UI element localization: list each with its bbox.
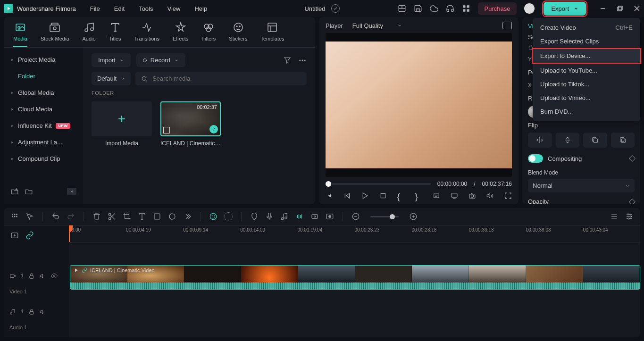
tab-stickers[interactable]: Stickers <box>229 22 247 47</box>
split-icon[interactable] <box>108 212 116 221</box>
tab-stock-media[interactable]: Stock Media <box>41 22 69 47</box>
folder-add-icon[interactable] <box>10 187 19 196</box>
sidebar-influence-kit[interactable]: Influence KitNEW <box>4 117 83 134</box>
link-icon[interactable] <box>25 231 34 240</box>
flip-vertical-button[interactable] <box>556 133 580 148</box>
tab-transitions[interactable]: Transitions <box>134 22 159 47</box>
tab-templates[interactable]: Templates <box>260 22 284 47</box>
keyframe-icon[interactable] <box>310 212 319 221</box>
flip-horizontal-button[interactable] <box>528 133 552 148</box>
audio-mix-icon[interactable] <box>280 212 289 221</box>
import-media-card[interactable]: + Import Media <box>92 101 152 147</box>
keyframe-diamond-icon[interactable] <box>629 155 636 162</box>
tab-effects[interactable]: Effects <box>173 22 188 47</box>
lock-icon[interactable] <box>28 273 35 279</box>
mute-icon[interactable] <box>40 273 46 279</box>
menu-help[interactable]: Help <box>194 5 207 12</box>
export-menu-vimeo[interactable]: Upload to Vimeo... <box>533 91 640 105</box>
video-viewport[interactable] <box>326 33 512 177</box>
sidebar-cloud-media[interactable]: Cloud Media <box>4 101 83 117</box>
export-menu-burn-dvd[interactable]: Burn DVD... <box>533 105 640 118</box>
snapshot-icon[interactable] <box>502 22 512 29</box>
sidebar-global-media[interactable]: Global Media <box>4 84 83 101</box>
media-clip-card[interactable]: 00:02:37 ✓ ICELAND | Cinematic ... <box>160 101 221 147</box>
play-icon[interactable] <box>361 192 369 200</box>
purchase-button[interactable]: Purchase <box>478 2 517 15</box>
filter-icon[interactable] <box>283 56 292 65</box>
crop-ratio-icon[interactable] <box>433 192 440 200</box>
zoom-slider[interactable] <box>370 216 399 217</box>
sidebar-folder[interactable]: Folder <box>4 68 83 84</box>
cloud-icon[interactable] <box>430 4 438 13</box>
undo-icon[interactable] <box>51 212 60 221</box>
sort-default-dropdown[interactable]: Default <box>92 72 131 85</box>
record-button[interactable]: Record <box>136 53 185 67</box>
volume-icon[interactable] <box>486 192 494 200</box>
ai-icon[interactable] <box>209 212 217 221</box>
export-menu-create-video[interactable]: Create VideoCtrl+E <box>533 21 640 34</box>
dotted-circle-icon[interactable] <box>224 212 233 221</box>
tab-media[interactable]: Media <box>13 22 27 47</box>
timeline-ruler[interactable]: 00:00 00:00:04:19 00:00:09:14 00:00:14:0… <box>69 225 640 242</box>
sidebar-compound-clip[interactable]: Compound Clip <box>4 150 83 167</box>
menu-view[interactable]: View <box>167 5 180 12</box>
settings-icon[interactable] <box>625 212 634 221</box>
export-menu-tiktok[interactable]: Upload to Tiktok... <box>533 77 640 91</box>
paste-button[interactable] <box>611 133 635 148</box>
tab-audio[interactable]: Audio <box>83 22 96 47</box>
text-icon[interactable] <box>138 212 146 221</box>
fullscreen-icon[interactable] <box>504 192 512 200</box>
save-icon[interactable] <box>414 4 422 13</box>
minimize-icon[interactable] <box>600 5 606 12</box>
mark-in-icon[interactable]: { <box>397 192 405 200</box>
mic-icon[interactable] <box>265 212 274 221</box>
sidebar-adjustment-layer[interactable]: Adjustment La... <box>4 134 83 150</box>
export-menu-to-device[interactable]: Export to Device... <box>532 48 641 64</box>
maximize-icon[interactable] <box>617 5 623 12</box>
zoom-out-icon[interactable] <box>351 212 360 221</box>
sidebar-project-media[interactable]: Project Media <box>4 51 83 68</box>
track-display-icon[interactable] <box>610 212 619 221</box>
ai-audio-icon[interactable] <box>295 212 304 221</box>
mark-out-icon[interactable]: } <box>415 192 423 200</box>
menu-tools[interactable]: Tools <box>139 5 153 12</box>
headphones-icon[interactable] <box>446 4 454 13</box>
more-icon[interactable] <box>298 56 307 65</box>
blend-mode-select[interactable]: Normal <box>528 179 635 192</box>
cursor-icon[interactable] <box>25 212 34 221</box>
stop-icon[interactable] <box>379 192 387 200</box>
lock-icon[interactable] <box>28 308 35 315</box>
quality-dropdown[interactable]: Full Quality <box>352 22 402 29</box>
mute-icon[interactable] <box>40 308 46 315</box>
keyframe-diamond-icon[interactable] <box>629 198 636 204</box>
avatar[interactable] <box>524 3 535 14</box>
menu-edit[interactable]: Edit <box>114 5 125 12</box>
speed-icon[interactable] <box>153 212 161 221</box>
playhead[interactable] <box>69 225 70 242</box>
copy-button[interactable] <box>583 133 607 148</box>
apps-icon[interactable] <box>462 4 470 13</box>
menu-file[interactable]: File <box>90 5 100 12</box>
search-box[interactable] <box>135 72 307 85</box>
export-menu-youtube[interactable]: Upload to YouTube... <box>533 64 640 77</box>
timeline-clip[interactable]: ICELAND | Cinematic Video <box>70 265 640 290</box>
redo-icon[interactable] <box>67 212 75 221</box>
compositing-toggle[interactable] <box>528 154 543 163</box>
export-button[interactable]: Export <box>544 2 586 16</box>
folder-icon[interactable] <box>25 187 33 196</box>
camera-icon[interactable] <box>468 192 476 200</box>
audio-track-header[interactable]: 1 <box>4 299 69 324</box>
save-status-icon[interactable] <box>331 4 340 13</box>
play-backward-icon[interactable] <box>343 192 351 200</box>
eye-icon[interactable] <box>51 273 58 279</box>
close-icon[interactable] <box>634 5 640 12</box>
crop-icon[interactable] <box>123 212 131 221</box>
delete-icon[interactable] <box>92 212 101 221</box>
timeline-tracks[interactable]: 00:00 00:00:04:19 00:00:09:14 00:00:14:0… <box>69 225 640 337</box>
render-icon[interactable] <box>326 212 334 221</box>
prev-frame-icon[interactable] <box>326 192 333 200</box>
progress-bar[interactable] <box>326 183 431 185</box>
collapse-sidebar-icon[interactable] <box>67 188 76 195</box>
import-button[interactable]: Import <box>92 53 131 67</box>
marker-icon[interactable] <box>250 212 259 221</box>
